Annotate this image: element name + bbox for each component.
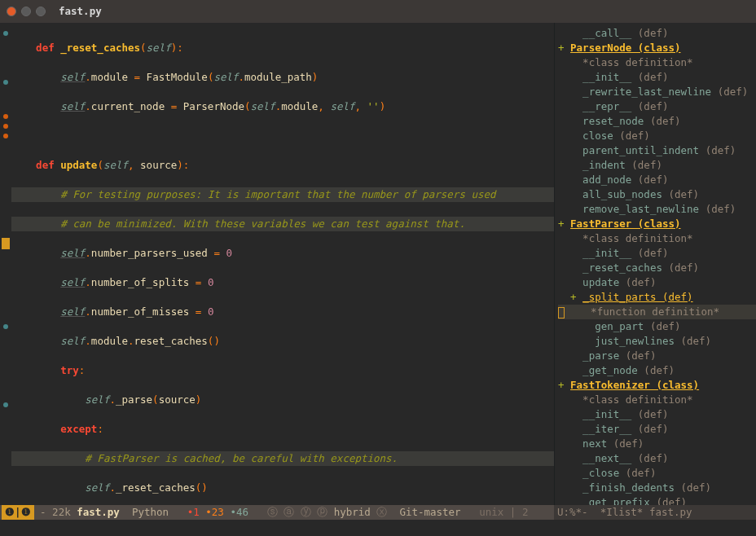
state-icon: ❶|❶ (2, 505, 34, 520)
gutter-dot (3, 402, 8, 407)
outline-item[interactable]: all_sub_nodes (def) (558, 187, 756, 202)
outline-item[interactable]: _reset_caches (def) (558, 261, 756, 275)
flycheck-info: •46 (224, 505, 261, 520)
minibuffer[interactable] (0, 520, 756, 536)
outline-item[interactable]: remove_last_newline (def) (558, 202, 756, 217)
outline-item[interactable]: __iter__ (def) (558, 422, 756, 437)
outline-item[interactable]: __init__ (def) (558, 246, 756, 261)
editor-pane[interactable]: def _reset_caches(self): self.module = F… (0, 23, 554, 505)
minimize-icon[interactable] (21, 7, 31, 16)
flycheck-warn: •23 (200, 505, 224, 520)
xmark-icon: ⓧ (371, 505, 400, 520)
maximize-icon[interactable] (36, 7, 46, 16)
outline-item[interactable]: _get_node (def) (558, 363, 756, 378)
fringe (0, 23, 11, 505)
modeline-right-text: U:%*- *Ilist* fast.py (557, 505, 729, 520)
outline-item[interactable]: __init__ (def) (558, 407, 756, 422)
outline-item[interactable]: gen_part (def) (558, 319, 756, 334)
outline-item[interactable]: _rewrite_last_newline (def) (558, 85, 756, 99)
buffer-size: - 22k (34, 505, 77, 520)
outline-item[interactable]: _indent (def) (558, 158, 756, 173)
cursor-marker (2, 238, 10, 249)
gutter-dot (3, 124, 8, 129)
outline-item[interactable]: add_node (def) (558, 173, 756, 187)
outline-item[interactable]: *class definition* (558, 55, 756, 70)
outline-class[interactable]: + ParserNode (class) (558, 41, 756, 55)
outline-item[interactable]: __repr__ (def) (558, 99, 756, 114)
outline-item[interactable]: _parse (def) (558, 349, 756, 363)
outline-item[interactable]: + _split_parts (def) (558, 290, 756, 305)
encoding: unix | 2 (461, 505, 529, 520)
major-mode: Python (120, 505, 175, 520)
modeline: ❶|❶ - 22k fast.py Python •1 •23 •46 ⓢ ⓐ … (0, 505, 756, 520)
gutter-dot (3, 114, 8, 119)
outline-item[interactable]: next (def) (558, 437, 756, 451)
outline-item[interactable]: *class definition* (558, 393, 756, 407)
code-area[interactable]: def _reset_caches(self): self.module = F… (11, 23, 554, 505)
outline-item[interactable]: __call__ (def) (558, 26, 756, 41)
outline-item[interactable]: *class definition* (558, 231, 756, 246)
modeline-right[interactable]: U:%*- *Ilist* fast.py (554, 505, 756, 520)
outline-item[interactable]: __init__ (def) (558, 70, 756, 85)
flycheck-error: •1 (175, 505, 200, 520)
outline-item[interactable]: _finish_dedents (def) (558, 481, 756, 495)
outline-class[interactable]: + FastTokenizer (class) (558, 378, 756, 393)
window-title: fast.py (59, 4, 102, 19)
outline-item[interactable]: reset_node (def) (558, 114, 756, 129)
outline-item[interactable]: update (def) (558, 275, 756, 290)
outline-class[interactable]: + FastParser (class) (558, 217, 756, 231)
outline-item[interactable]: close (def) (558, 129, 756, 143)
titlebar: fast.py (0, 0, 756, 23)
outline-item[interactable]: *function definition* (558, 305, 756, 319)
minor-modes: ⓢ ⓐ ⓨ ⓟ (261, 505, 334, 520)
close-icon[interactable] (7, 7, 16, 16)
outline-item[interactable]: parent_until_indent (def) (558, 143, 756, 158)
vc-branch: Git-master (399, 505, 460, 520)
outline-item[interactable]: _close (def) (558, 466, 756, 481)
buffer-name: fast.py (77, 505, 120, 520)
outline-item[interactable]: just_newlines (def) (558, 334, 756, 349)
main-area: def _reset_caches(self): self.module = F… (0, 23, 756, 505)
modeline-left[interactable]: ❶|❶ - 22k fast.py Python •1 •23 •46 ⓢ ⓐ … (0, 505, 554, 520)
outline-item[interactable]: _get_prefix (def) (558, 495, 756, 505)
outline-pane[interactable]: __call__ (def) + ParserNode (class) *cla… (554, 23, 756, 505)
evil-state: hybrid (334, 505, 371, 520)
outline-item[interactable]: __next__ (def) (558, 451, 756, 466)
